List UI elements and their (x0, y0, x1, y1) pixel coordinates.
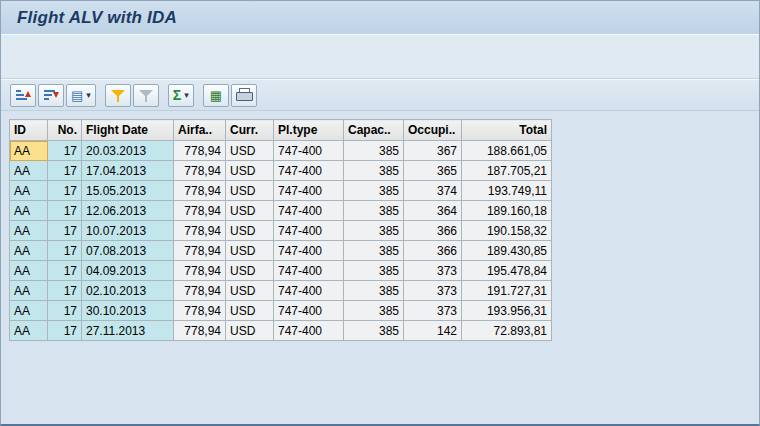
set-filter-button[interactable] (105, 84, 131, 107)
column-header-airfare[interactable]: Airfa.. (174, 120, 226, 141)
cell-flight-date[interactable]: 02.10.2013 (82, 281, 174, 301)
print-button[interactable] (231, 84, 257, 107)
cell-plane-type[interactable]: 747-400 (274, 321, 344, 341)
column-header-total[interactable]: Total (462, 120, 552, 141)
cell-plane-type[interactable]: 747-400 (274, 281, 344, 301)
cell-id[interactable]: AA (10, 181, 48, 201)
cell-plane-type[interactable]: 747-400 (274, 181, 344, 201)
cell-occupied[interactable]: 142 (404, 321, 462, 341)
cell-total[interactable]: 188.661,05 (462, 141, 552, 161)
cell-no[interactable]: 17 (48, 201, 82, 221)
cell-id[interactable]: AA (10, 321, 48, 341)
cell-occupied[interactable]: 365 (404, 161, 462, 181)
cell-airfare[interactable]: 778,94 (174, 301, 226, 321)
cell-capacity[interactable]: 385 (344, 221, 404, 241)
cell-id[interactable]: AA (10, 161, 48, 181)
column-header-occupied[interactable]: Occupi.. (404, 120, 462, 141)
cell-airfare[interactable]: 778,94 (174, 221, 226, 241)
cell-occupied[interactable]: 367 (404, 141, 462, 161)
cell-total[interactable]: 72.893,81 (462, 321, 552, 341)
cell-occupied[interactable]: 374 (404, 181, 462, 201)
cell-airfare[interactable]: 778,94 (174, 181, 226, 201)
cell-flight-date[interactable]: 30.10.2013 (82, 301, 174, 321)
cell-plane-type[interactable]: 747-400 (274, 261, 344, 281)
cell-no[interactable]: 17 (48, 301, 82, 321)
cell-capacity[interactable]: 385 (344, 241, 404, 261)
cell-no[interactable]: 17 (48, 281, 82, 301)
column-header-flight-date[interactable]: Flight Date (82, 120, 174, 141)
cell-no[interactable]: 17 (48, 241, 82, 261)
cell-occupied[interactable]: 373 (404, 301, 462, 321)
cell-flight-date[interactable]: 15.05.2013 (82, 181, 174, 201)
export-button[interactable]: ▦ (203, 84, 229, 107)
cell-flight-date[interactable]: 20.03.2013 (82, 141, 174, 161)
cell-capacity[interactable]: 385 (344, 141, 404, 161)
cell-airfare[interactable]: 778,94 (174, 161, 226, 181)
cell-currency[interactable]: USD (226, 261, 274, 281)
cell-total[interactable]: 193.956,31 (462, 301, 552, 321)
cell-currency[interactable]: USD (226, 301, 274, 321)
cell-plane-type[interactable]: 747-400 (274, 161, 344, 181)
column-header-currency[interactable]: Curr. (226, 120, 274, 141)
cell-total[interactable]: 193.749,11 (462, 181, 552, 201)
column-header-capacity[interactable]: Capac.. (344, 120, 404, 141)
cell-capacity[interactable]: 385 (344, 281, 404, 301)
cell-id[interactable]: AA (10, 261, 48, 281)
cell-total[interactable]: 190.158,32 (462, 221, 552, 241)
cell-no[interactable]: 17 (48, 221, 82, 241)
cell-no[interactable]: 17 (48, 261, 82, 281)
cell-airfare[interactable]: 778,94 (174, 201, 226, 221)
cell-capacity[interactable]: 385 (344, 321, 404, 341)
total-button[interactable]: Σ▾ (168, 84, 194, 107)
cell-plane-type[interactable]: 747-400 (274, 141, 344, 161)
cell-total[interactable]: 195.478,84 (462, 261, 552, 281)
cell-no[interactable]: 17 (48, 141, 82, 161)
cell-id[interactable]: AA (10, 141, 48, 161)
cell-currency[interactable]: USD (226, 141, 274, 161)
cell-id[interactable]: AA (10, 241, 48, 261)
cell-id[interactable]: AA (10, 221, 48, 241)
cell-airfare[interactable]: 778,94 (174, 321, 226, 341)
column-header-id[interactable]: ID (10, 120, 48, 141)
cell-currency[interactable]: USD (226, 221, 274, 241)
cell-airfare[interactable]: 778,94 (174, 281, 226, 301)
cell-no[interactable]: 17 (48, 181, 82, 201)
cell-plane-type[interactable]: 747-400 (274, 241, 344, 261)
cell-occupied[interactable]: 373 (404, 261, 462, 281)
cell-flight-date[interactable]: 12.06.2013 (82, 201, 174, 221)
cell-airfare[interactable]: 778,94 (174, 261, 226, 281)
cell-plane-type[interactable]: 747-400 (274, 221, 344, 241)
column-header-no[interactable]: No. (48, 120, 82, 141)
cell-id[interactable]: AA (10, 201, 48, 221)
cell-capacity[interactable]: 385 (344, 161, 404, 181)
cell-airfare[interactable]: 778,94 (174, 241, 226, 261)
cell-capacity[interactable]: 385 (344, 181, 404, 201)
cell-currency[interactable]: USD (226, 201, 274, 221)
cell-currency[interactable]: USD (226, 241, 274, 261)
cell-occupied[interactable]: 366 (404, 241, 462, 261)
cell-no[interactable]: 17 (48, 321, 82, 341)
sort-descending-button[interactable] (38, 84, 64, 107)
cell-currency[interactable]: USD (226, 281, 274, 301)
cell-occupied[interactable]: 364 (404, 201, 462, 221)
cell-occupied[interactable]: 366 (404, 221, 462, 241)
cell-flight-date[interactable]: 10.07.2013 (82, 221, 174, 241)
cell-plane-type[interactable]: 747-400 (274, 301, 344, 321)
cell-capacity[interactable]: 385 (344, 201, 404, 221)
cell-total[interactable]: 191.727,31 (462, 281, 552, 301)
cell-flight-date[interactable]: 04.09.2013 (82, 261, 174, 281)
cell-capacity[interactable]: 385 (344, 301, 404, 321)
choose-layout-button[interactable]: ▤▾ (66, 84, 96, 107)
column-header-plane-type[interactable]: Pl.type (274, 120, 344, 141)
cell-airfare[interactable]: 778,94 (174, 141, 226, 161)
cell-occupied[interactable]: 373 (404, 281, 462, 301)
cell-no[interactable]: 17 (48, 161, 82, 181)
cell-plane-type[interactable]: 747-400 (274, 201, 344, 221)
cell-total[interactable]: 187.705,21 (462, 161, 552, 181)
cell-flight-date[interactable]: 27.11.2013 (82, 321, 174, 341)
cell-total[interactable]: 189.430,85 (462, 241, 552, 261)
cell-id[interactable]: AA (10, 281, 48, 301)
cell-id[interactable]: AA (10, 301, 48, 321)
cell-currency[interactable]: USD (226, 181, 274, 201)
delete-filter-button[interactable] (133, 84, 159, 107)
